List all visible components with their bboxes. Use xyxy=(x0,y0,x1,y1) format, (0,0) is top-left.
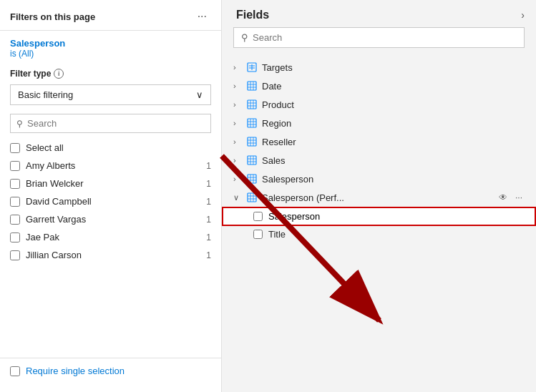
eye-icon[interactable]: 👁 xyxy=(497,192,509,203)
field-child-label: Title xyxy=(268,229,286,240)
filter-item-label: Brian Welcker xyxy=(26,178,200,189)
field-group-label: Product xyxy=(262,99,294,110)
filter-item-count: 1 xyxy=(206,250,211,260)
chevron-right-icon: › xyxy=(233,175,242,183)
chevron-right-icon: › xyxy=(233,119,242,127)
svg-rect-19 xyxy=(248,137,256,146)
field-group-label: Salesperson xyxy=(262,174,313,185)
filter-type-value: Basic filtering xyxy=(18,89,73,100)
field-icon xyxy=(246,99,258,110)
field-group-salesperson-perf[interactable]: ∨ Salesperson (Perf... 👁 ··· xyxy=(222,188,536,207)
list-item[interactable]: Jae Pak 1 xyxy=(0,228,221,246)
filter-item-select-all[interactable]: Select all xyxy=(0,139,221,157)
field-group-region[interactable]: › Region xyxy=(222,114,536,132)
chevron-right-icon: › xyxy=(233,63,242,72)
field-icon xyxy=(246,155,258,166)
chevron-right-icon: › xyxy=(233,137,242,146)
fields-panel-header: Fields › xyxy=(222,0,536,27)
chevron-right-icon: › xyxy=(233,82,242,90)
filter-item-count: 1 xyxy=(206,179,211,189)
field-group-label: Date xyxy=(262,81,281,92)
field-child-checkbox[interactable] xyxy=(253,212,263,221)
list-item[interactable]: Jillian Carson 1 xyxy=(0,246,221,264)
filter-item-checkbox[interactable] xyxy=(10,197,20,207)
list-item[interactable]: Garrett Vargas 1 xyxy=(0,210,221,228)
filter-item-checkbox[interactable] xyxy=(10,179,20,189)
filter-search-box[interactable]: ⚲ xyxy=(10,114,211,133)
field-group-label: Salesperson (Perf... xyxy=(262,192,344,203)
search-icon: ⚲ xyxy=(16,119,23,129)
list-item[interactable]: Brian Welcker 1 xyxy=(0,175,221,192)
field-group-product[interactable]: › Product xyxy=(222,95,536,114)
field-icon xyxy=(246,117,258,129)
field-icon xyxy=(246,136,258,147)
field-child-salesperson-highlighted[interactable]: Salesperson xyxy=(222,207,536,226)
svg-rect-4 xyxy=(248,82,256,90)
field-icon xyxy=(246,192,258,203)
field-group-label: Targets xyxy=(262,62,293,73)
filter-field-name: Salesperson xyxy=(10,38,211,49)
require-single-checkbox[interactable] xyxy=(10,366,20,376)
filters-panel-title: Filters on this page xyxy=(10,11,95,22)
filter-info: Salesperson is (All) xyxy=(0,31,221,63)
fields-expand-button[interactable]: › xyxy=(521,9,525,21)
field-child-label: Salesperson xyxy=(268,211,320,222)
filter-item-checkbox[interactable] xyxy=(10,250,20,260)
field-group-targets[interactable]: › Targets xyxy=(222,58,536,77)
filter-item-label: Garrett Vargas xyxy=(26,214,200,225)
filter-type-label: Filter type i xyxy=(0,63,221,82)
filter-search-input[interactable] xyxy=(27,118,205,129)
filter-item-label: Amy Alberts xyxy=(26,160,200,171)
filter-type-dropdown[interactable]: Basic filtering ∨ xyxy=(10,84,211,105)
filter-item-checkbox[interactable] xyxy=(10,215,20,225)
list-item[interactable]: David Campbell 1 xyxy=(0,192,221,210)
field-group-label: Sales xyxy=(262,155,286,166)
filter-items-list: Select all Amy Alberts 1 Brian Welcker 1… xyxy=(0,139,221,358)
field-group-label: Reseller xyxy=(262,137,296,147)
field-child-checkbox[interactable] xyxy=(253,230,263,239)
field-icon xyxy=(246,80,258,92)
svg-rect-29 xyxy=(248,175,256,183)
chevron-down-icon: ∨ xyxy=(233,193,242,202)
filters-panel: Filters on this page ··· Salesperson is … xyxy=(0,0,222,392)
fields-search-input[interactable] xyxy=(253,32,517,43)
field-child-title[interactable]: Title xyxy=(222,226,536,242)
svg-rect-34 xyxy=(248,193,256,202)
filters-panel-header: Filters on this page ··· xyxy=(0,9,221,31)
field-group-salesperson[interactable]: › Salesperson xyxy=(222,170,536,188)
svg-rect-14 xyxy=(248,119,256,127)
require-single-selection[interactable]: Require single selection xyxy=(0,358,221,383)
filter-item-count: 1 xyxy=(206,232,211,242)
filter-item-checkbox[interactable] xyxy=(10,161,20,171)
filter-item-label: Jae Pak xyxy=(26,232,200,242)
field-icon xyxy=(246,173,258,185)
field-group-sales[interactable]: › Sales xyxy=(222,151,536,170)
filter-item-count: 1 xyxy=(206,215,211,225)
filter-item-label: David Campbell xyxy=(26,196,200,207)
filter-item-label: Select all xyxy=(26,142,211,153)
filter-item-label: Jillian Carson xyxy=(26,250,200,260)
filter-item-count: 1 xyxy=(206,197,211,207)
chevron-down-icon: ∨ xyxy=(196,89,203,100)
filters-more-options-button[interactable]: ··· xyxy=(193,9,211,24)
fields-panel: Fields › ⚲ › Targets xyxy=(222,0,536,392)
more-options-icon[interactable]: ··· xyxy=(513,192,525,203)
field-icon xyxy=(246,62,258,73)
filter-type-info-icon[interactable]: i xyxy=(54,69,64,79)
chevron-right-icon: › xyxy=(233,156,242,165)
filter-condition: is (All) xyxy=(10,49,211,59)
fields-search-box[interactable]: ⚲ xyxy=(233,27,525,48)
fields-list: › Targets › xyxy=(222,55,536,392)
require-single-label: Require single selection xyxy=(26,366,125,376)
filter-item-checkbox[interactable] xyxy=(10,232,20,242)
chevron-right-icon: › xyxy=(233,100,242,109)
fields-panel-title: Fields xyxy=(236,9,269,21)
field-group-label: Region xyxy=(262,118,291,129)
search-icon: ⚲ xyxy=(241,32,248,43)
filter-item-checkbox[interactable] xyxy=(10,143,20,153)
field-group-date[interactable]: › Date xyxy=(222,77,536,95)
filter-item-count: 1 xyxy=(206,161,211,171)
svg-rect-24 xyxy=(248,156,256,165)
field-group-reseller[interactable]: › Reseller xyxy=(222,132,536,151)
list-item[interactable]: Amy Alberts 1 xyxy=(0,157,221,175)
